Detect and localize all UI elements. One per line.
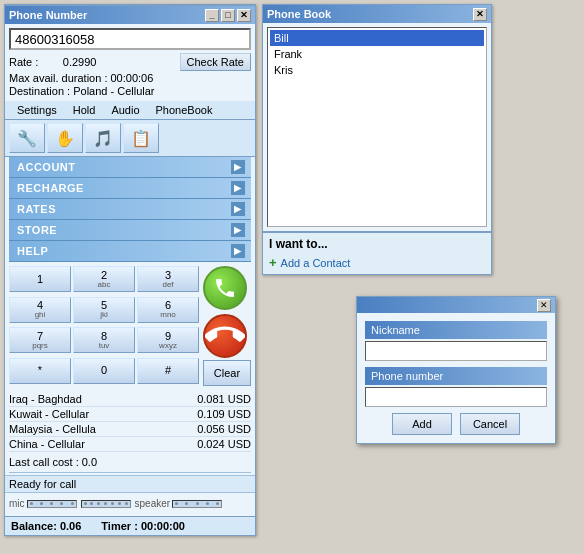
clear-button[interactable]: Clear: [203, 360, 251, 386]
keypad-grid: 1 2abc 3def 4ghi 5jkl 6mno 7pqrs 8tuv 9w…: [9, 266, 199, 386]
add-contact-add-button[interactable]: Add: [392, 413, 452, 435]
balance-bar: Balance: 0.06 Timer : 00:00:00: [5, 516, 255, 535]
titlebar-buttons: _ □ ✕: [205, 9, 251, 22]
max-avail-info: Max avail. duration : 00:00:06: [9, 72, 251, 84]
settings-icon[interactable]: 🔧: [9, 123, 45, 153]
contact-kris[interactable]: Kris: [270, 62, 484, 78]
last-call-cost: Last call cost : 0.0: [9, 454, 251, 470]
rate-label: Rate :: [9, 56, 38, 68]
account-arrow: ▶: [231, 160, 245, 174]
speaker-group: speaker: [135, 498, 223, 509]
nickname-field-label: Nickname: [365, 321, 547, 339]
recharge-arrow: ▶: [231, 181, 245, 195]
phone-hangup-icon: [205, 316, 245, 356]
key-5[interactable]: 5jkl: [73, 297, 135, 323]
timer-label: Timer : 00:00:00: [101, 520, 185, 532]
rates-arrow: ▶: [231, 202, 245, 216]
audio-icon[interactable]: 🎵: [85, 123, 121, 153]
key-3[interactable]: 3def: [137, 266, 199, 292]
ready-bar: Ready for call: [5, 475, 255, 493]
tab-audio[interactable]: Audio: [103, 101, 147, 119]
volume-group: [81, 500, 131, 508]
hangup-button[interactable]: [203, 314, 247, 358]
recharge-button[interactable]: RECHARGE ▶: [9, 178, 251, 199]
phone-number-input[interactable]: [9, 28, 251, 50]
add-contact-label: Add a Contact: [281, 257, 351, 269]
tab-phonebook[interactable]: PhoneBook: [148, 101, 221, 119]
phonebook-list: Bill Frank Kris: [267, 27, 487, 227]
key-9[interactable]: 9wxyz: [137, 327, 199, 353]
key-2[interactable]: 2abc: [73, 266, 135, 292]
keypad-right: Clear: [203, 266, 251, 386]
key-6[interactable]: 6mno: [137, 297, 199, 323]
minimize-button[interactable]: _: [205, 9, 219, 22]
rate-item-china: China - Cellular 0.024 USD: [9, 437, 251, 452]
phonebook-titlebar: Phone Book ✕: [263, 5, 491, 23]
rate-item-malaysia: Malaysia - Cellula 0.056 USD: [9, 422, 251, 437]
destination-info: Destination : Poland - Cellular: [9, 85, 251, 97]
phonebook-icon[interactable]: 📋: [123, 123, 159, 153]
tab-hold[interactable]: Hold: [65, 101, 104, 119]
add-contact-item[interactable]: + Add a Contact: [269, 255, 485, 270]
help-button[interactable]: HELP ▶: [9, 241, 251, 262]
mic-label: mic: [9, 498, 25, 509]
phone-titlebar: Phone Number _ □ ✕: [5, 6, 255, 24]
check-rate-button[interactable]: Check Rate: [180, 53, 251, 71]
phonebook-title: Phone Book: [267, 8, 331, 20]
mic-group: mic: [9, 498, 77, 509]
dialog-content: Nickname Phone number Add Cancel: [357, 313, 555, 443]
contact-bill[interactable]: Bill: [270, 30, 484, 46]
iwantto-title: I want to...: [269, 237, 485, 251]
iwantto-panel: I want to... + Add a Contact: [263, 231, 491, 274]
rate-info: Rate : 0.2990: [9, 56, 96, 68]
phone-field-label: Phone number: [365, 367, 547, 385]
speaker-label: speaker: [135, 498, 171, 509]
maximize-button[interactable]: □: [221, 9, 235, 22]
rate-item-kuwait: Kuwait - Cellular 0.109 USD: [9, 407, 251, 422]
nickname-input[interactable]: [365, 341, 547, 361]
phonebook-close-button[interactable]: ✕: [473, 8, 487, 21]
phonebook-titlebar-buttons: ✕: [473, 8, 487, 21]
balance-label: Balance: 0.06: [11, 520, 81, 532]
phone-window: Phone Number _ □ ✕ Rate : 0.2990 Check R…: [4, 4, 256, 536]
key-star[interactable]: *: [9, 358, 71, 384]
dialog-close-button[interactable]: ✕: [537, 299, 551, 312]
tab-settings[interactable]: Settings: [9, 101, 65, 119]
store-button[interactable]: STORE ▶: [9, 220, 251, 241]
key-4[interactable]: 4ghi: [9, 297, 71, 323]
store-arrow: ▶: [231, 223, 245, 237]
phone-call-icon: [213, 276, 237, 300]
key-0[interactable]: 0: [73, 358, 135, 384]
call-button[interactable]: [203, 266, 247, 310]
keypad-area: 1 2abc 3def 4ghi 5jkl 6mno 7pqrs 8tuv 9w…: [9, 262, 251, 390]
rate-value: 0.2990: [63, 56, 97, 68]
plus-icon: +: [269, 255, 277, 270]
dialog-titlebar: ✕: [357, 297, 555, 313]
key-7[interactable]: 7pqrs: [9, 327, 71, 353]
phone-number-field[interactable]: [365, 387, 547, 407]
key-hash[interactable]: #: [137, 358, 199, 384]
mic-slider[interactable]: [27, 500, 77, 508]
add-contact-cancel-button[interactable]: Cancel: [460, 413, 520, 435]
phone-title: Phone Number: [9, 9, 87, 21]
help-arrow: ▶: [231, 244, 245, 258]
rate-item-iraq: Iraq - Baghdad 0.081 USD: [9, 392, 251, 407]
rates-button[interactable]: RATES ▶: [9, 199, 251, 220]
rates-table: Iraq - Baghdad 0.081 USD Kuwait - Cellul…: [9, 390, 251, 454]
icon-toolbar: 🔧 ✋ 🎵 📋: [5, 120, 255, 157]
speaker-slider[interactable]: [172, 500, 222, 508]
add-contact-dialog: ✕ Nickname Phone number Add Cancel: [356, 296, 556, 444]
tabs-bar: Settings Hold Audio PhoneBook: [5, 101, 255, 120]
key-1[interactable]: 1: [9, 266, 71, 292]
phonebook-window: Phone Book ✕ Bill Frank Kris I want to..…: [262, 4, 492, 275]
key-8[interactable]: 8tuv: [73, 327, 135, 353]
account-button[interactable]: ACCOUNT ▶: [9, 157, 251, 178]
close-button[interactable]: ✕: [237, 9, 251, 22]
separator-1: [9, 472, 251, 473]
volume-slider[interactable]: [81, 500, 131, 508]
audio-controls: mic speaker: [9, 495, 251, 512]
dialog-buttons: Add Cancel: [365, 413, 547, 435]
rate-row: Rate : 0.2990 Check Rate: [9, 53, 251, 71]
hold-icon[interactable]: ✋: [47, 123, 83, 153]
contact-frank[interactable]: Frank: [270, 46, 484, 62]
